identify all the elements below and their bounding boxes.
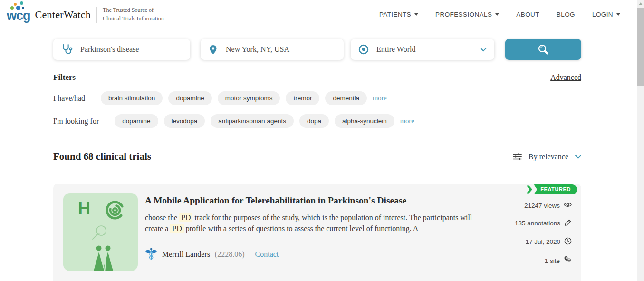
location-value: New York, NY, USA bbox=[226, 45, 336, 54]
investigator-name[interactable]: Merrill Landers bbox=[162, 250, 210, 259]
investigator-row: Merrill Landers (2228.06) Contact bbox=[145, 248, 474, 261]
nav-item-label: BLOG bbox=[557, 11, 575, 18]
featured-ribbon-arrow-icon bbox=[527, 184, 533, 194]
chevron-down-icon bbox=[480, 48, 487, 52]
wcg-logo: wcg bbox=[7, 9, 30, 23]
more-link[interactable]: more bbox=[373, 94, 387, 102]
filter-chip[interactable]: antiparkinsonian agents bbox=[211, 114, 294, 128]
chevron-down-icon bbox=[575, 155, 581, 159]
nav-item-label: LOGIN bbox=[592, 11, 613, 18]
highlighted-term: PD bbox=[170, 224, 183, 233]
featured-label: FEATURED bbox=[534, 184, 577, 194]
filter-chips: dopaminelevodopaantiparkinsonian agentsd… bbox=[115, 114, 394, 128]
nav-item-blog[interactable]: BLOG bbox=[557, 11, 575, 18]
trial-stats: 21247 views135 annotations17 Jul, 20201 … bbox=[474, 193, 572, 281]
scope-value: Entire World bbox=[376, 45, 472, 54]
nav-item-label: PROFESSIONALS bbox=[435, 11, 492, 18]
advanced-link[interactable]: Advanced bbox=[550, 73, 581, 82]
nav-item-login[interactable]: LOGIN bbox=[592, 11, 620, 18]
trial-card[interactable]: FEATURED H bbox=[53, 184, 581, 281]
header: wcg CenterWatch The Trusted Source of Cl… bbox=[0, 0, 644, 29]
highlighted-term: PD bbox=[179, 213, 192, 222]
logo-dot bbox=[16, 6, 20, 10]
filter-chip[interactable]: alpha-synuclein bbox=[335, 114, 394, 128]
sliders-icon bbox=[513, 153, 522, 160]
stat-label: 135 annotations bbox=[515, 220, 560, 227]
caduceus-icon bbox=[145, 248, 157, 261]
filter-chip[interactable]: dementia bbox=[325, 91, 367, 105]
caret-down-icon bbox=[414, 13, 418, 16]
more-link[interactable]: more bbox=[400, 117, 414, 125]
scope-select[interactable]: Entire World bbox=[351, 39, 494, 60]
condition-value: Parkinson's disease bbox=[80, 45, 183, 54]
search-icon bbox=[537, 43, 549, 56]
logo-dot bbox=[22, 7, 24, 9]
main-nav: PATIENTSPROFESSIONALSABOUTBLOGLOGIN bbox=[379, 11, 620, 18]
logo-dot bbox=[20, 1, 23, 5]
stethoscope-icon bbox=[61, 44, 73, 56]
filter-chip[interactable]: levodopa bbox=[164, 114, 205, 128]
brand-divider bbox=[96, 7, 97, 23]
pen-icon bbox=[564, 219, 572, 228]
spiral-icon bbox=[105, 200, 125, 221]
description-text: profile with a series of questions to as… bbox=[184, 224, 419, 233]
search-bar: Parkinson's disease New York, NY, USA En… bbox=[53, 39, 581, 60]
results-header: Found 68 clinical trials By relevance bbox=[53, 151, 581, 163]
sort-label: By relevance bbox=[529, 153, 568, 161]
eye-icon bbox=[564, 202, 572, 209]
stat-label: 21247 views bbox=[524, 202, 560, 209]
filters-title: Filters bbox=[53, 73, 76, 82]
nav-item-label: ABOUT bbox=[516, 11, 539, 18]
results-count: Found 68 clinical trials bbox=[53, 151, 151, 163]
brand-logo[interactable]: wcg CenterWatch The Trusted Source of Cl… bbox=[7, 6, 164, 23]
description-text: choose the bbox=[145, 213, 179, 222]
scrollbar[interactable] bbox=[637, 0, 644, 281]
condition-input[interactable]: Parkinson's disease bbox=[53, 39, 190, 60]
investigator-id: (2228.06) bbox=[215, 250, 245, 259]
brand-tagline: The Trusted Source of Clinical Trials In… bbox=[103, 6, 164, 23]
filter-chip[interactable]: brain stimulation bbox=[101, 91, 163, 105]
filter-chip[interactable]: motor symptoms bbox=[218, 91, 280, 105]
location-input[interactable]: New York, NY, USA bbox=[201, 39, 344, 60]
caret-down-icon bbox=[616, 13, 620, 16]
contact-link[interactable]: Contact bbox=[255, 250, 279, 259]
filter-chip[interactable]: tremor bbox=[286, 91, 319, 105]
filter-row-label: I'm looking for bbox=[53, 117, 99, 126]
map-pin-icon bbox=[208, 44, 218, 56]
pins-icon bbox=[564, 256, 572, 265]
filter-chip[interactable]: dopamine bbox=[168, 91, 211, 105]
filter-chips: brain stimulationdopaminemotor symptomst… bbox=[101, 91, 367, 105]
sort-control[interactable]: By relevance bbox=[513, 153, 581, 161]
trial-thumbnail: H bbox=[63, 193, 138, 271]
scroll-up-icon[interactable] bbox=[639, 2, 643, 5]
filter-chip[interactable]: dopamine bbox=[115, 114, 158, 128]
filter-row-i-have-had: I have/hadbrain stimulationdopaminemotor… bbox=[53, 91, 581, 105]
scrollbar-thumb[interactable] bbox=[637, 8, 644, 86]
people-icon bbox=[92, 245, 115, 271]
logo-dot bbox=[14, 3, 17, 6]
stat-clock: 17 Jul, 2020 bbox=[474, 237, 572, 246]
nav-item-professionals[interactable]: PROFESSIONALS bbox=[435, 11, 499, 18]
clock-icon bbox=[564, 237, 572, 246]
radio-icon bbox=[358, 44, 369, 55]
trial-title[interactable]: A Mobile Application for Telerehabilitat… bbox=[145, 195, 474, 206]
trial-description: choose the PD track for the purposes of … bbox=[145, 212, 474, 234]
featured-badge: FEATURED bbox=[527, 184, 577, 194]
filter-row-label: I have/had bbox=[53, 94, 85, 103]
hospital-h-icon: H bbox=[78, 199, 90, 219]
stat-pins: 1 site bbox=[474, 256, 572, 265]
stat-eye: 21247 views bbox=[474, 202, 572, 209]
caret-down-icon bbox=[495, 13, 499, 16]
trial-body: A Mobile Application for Telerehabilitat… bbox=[138, 193, 474, 281]
main-content: Parkinson's disease New York, NY, USA En… bbox=[53, 39, 581, 281]
nav-item-label: PATIENTS bbox=[379, 11, 411, 18]
search-button[interactable] bbox=[505, 39, 581, 60]
nav-item-patients[interactable]: PATIENTS bbox=[379, 11, 418, 18]
filters-header: Filters Advanced bbox=[53, 73, 581, 82]
stat-pen: 135 annotations bbox=[474, 219, 572, 228]
magnifier-icon bbox=[90, 224, 109, 242]
nav-item-about[interactable]: ABOUT bbox=[516, 11, 539, 18]
filter-rows: I have/hadbrain stimulationdopaminemotor… bbox=[53, 91, 581, 128]
filter-chip[interactable]: dopa bbox=[299, 114, 329, 128]
filter-row-im-looking-for: I'm looking fordopaminelevodopaantiparki… bbox=[53, 114, 581, 128]
